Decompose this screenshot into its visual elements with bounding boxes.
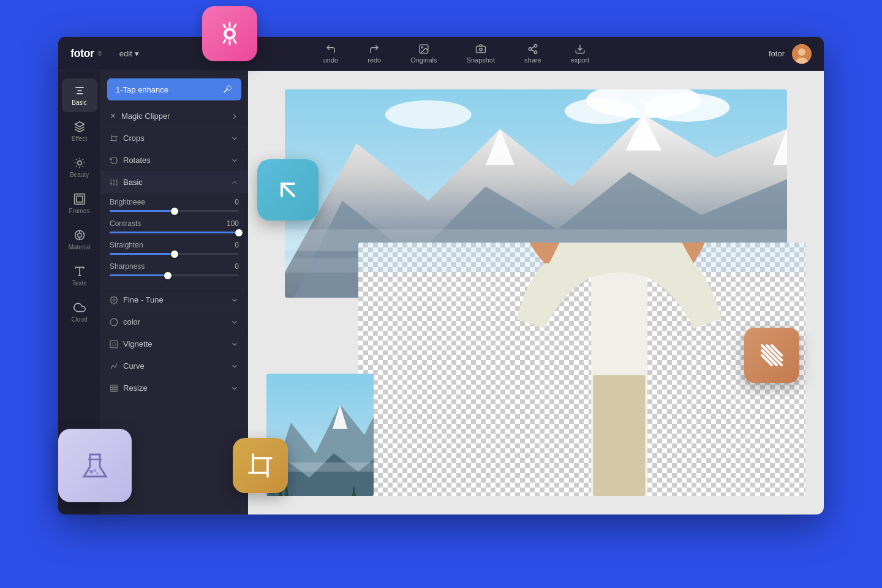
share-button[interactable]: share xyxy=(519,41,546,66)
color-item[interactable]: color xyxy=(101,311,247,333)
chevron-up-basic-icon xyxy=(230,178,239,187)
sidebar-label-material: Material xyxy=(69,244,91,251)
svg-point-43 xyxy=(77,233,81,238)
user-name: fotor xyxy=(769,49,785,58)
sidebar-item-effect[interactable]: Effect xyxy=(62,115,97,148)
magic-clipper-item[interactable]: ✕ Magic Clipper xyxy=(101,105,247,127)
basic-icon xyxy=(74,85,86,97)
brightness-slider[interactable] xyxy=(110,210,239,212)
chevron-down-crops-icon xyxy=(230,134,239,143)
svg-point-70 xyxy=(644,93,730,122)
svg-rect-9 xyxy=(253,458,268,473)
snapshot-button[interactable]: Snapshot xyxy=(462,41,500,66)
sidebar-label-beauty: Beauty xyxy=(70,172,89,178)
svg-line-7 xyxy=(234,40,236,43)
snapshot-icon xyxy=(475,43,486,55)
straighten-value: 0 xyxy=(235,241,239,249)
logo-area: fotor® xyxy=(70,47,102,60)
chevron-resize-icon xyxy=(230,384,239,393)
svg-rect-67 xyxy=(111,385,118,391)
redo-button[interactable]: redo xyxy=(363,41,386,66)
beauty-icon xyxy=(74,157,86,169)
sidebar-item-basic[interactable]: Basic xyxy=(62,78,97,112)
floating-pattern-icon xyxy=(744,328,799,383)
one-tap-enhance-button[interactable]: 1-Tap enhance xyxy=(107,78,241,100)
sidebar-item-material[interactable]: Material xyxy=(62,223,97,257)
x-icon: ✕ xyxy=(110,111,116,121)
undo-button[interactable]: undo xyxy=(318,41,343,66)
floating-crop-icon xyxy=(233,438,288,493)
svg-rect-25 xyxy=(476,47,485,53)
sidebar-item-cloud[interactable]: Cloud xyxy=(62,295,97,329)
sliders-section: Brightneee 0 Contrasts 100 xyxy=(101,193,247,289)
basic-section-header[interactable]: Basic xyxy=(101,172,247,193)
svg-point-24 xyxy=(421,47,423,48)
export-icon xyxy=(575,43,586,55)
user-avatar[interactable] xyxy=(792,44,812,64)
rotates-item[interactable]: Rotates xyxy=(101,149,247,172)
svg-point-34 xyxy=(798,48,805,56)
contrasts-value: 100 xyxy=(227,219,239,228)
straighten-slider[interactable] xyxy=(110,253,239,255)
resize-icon xyxy=(110,384,118,393)
svg-line-6 xyxy=(224,40,225,43)
svg-line-3 xyxy=(224,24,225,28)
originals-button[interactable]: Originals xyxy=(405,41,442,66)
fine-tune-item[interactable]: Fine - Tune xyxy=(101,289,247,311)
contrasts-slider[interactable] xyxy=(110,232,239,233)
svg-point-66 xyxy=(112,342,116,346)
sidebar-item-beauty[interactable]: Beauty xyxy=(62,151,97,184)
brightness-label: Brightneee xyxy=(110,198,145,206)
sharpness-label: Sharpness xyxy=(110,262,145,271)
export-button[interactable]: export xyxy=(566,41,595,66)
svg-point-29 xyxy=(534,51,537,54)
svg-line-4 xyxy=(234,24,236,28)
chevron-vignette-icon xyxy=(230,340,239,349)
share-icon xyxy=(527,43,538,55)
resize-item[interactable]: Resize xyxy=(101,377,247,399)
crops-item[interactable]: Crops xyxy=(101,127,247,149)
sharpness-slider[interactable] xyxy=(110,274,239,276)
sidebar-label-basic: Basic xyxy=(72,99,86,106)
color-icon xyxy=(110,318,118,326)
brightness-slider-row: Brightneee 0 xyxy=(110,198,239,212)
edit-dropdown[interactable]: edit ▾ xyxy=(115,47,144,61)
curve-item[interactable]: Curve xyxy=(101,355,247,377)
sharpness-value: 0 xyxy=(235,262,239,271)
crops-tool-icon xyxy=(110,134,118,143)
floating-arrow-icon xyxy=(257,159,318,221)
vignette-item[interactable]: Vignette xyxy=(101,333,247,355)
effect-icon xyxy=(74,121,86,133)
floating-lab-icon xyxy=(58,429,132,502)
chevron-down-rotates-icon xyxy=(230,156,239,165)
svg-point-22 xyxy=(94,469,97,472)
redo-icon xyxy=(369,43,380,55)
sidebar-item-texts[interactable]: Texts xyxy=(62,259,97,293)
cloud-icon xyxy=(74,301,86,314)
svg-rect-49 xyxy=(112,136,116,140)
svg-line-14 xyxy=(762,345,782,365)
vignette-icon xyxy=(110,340,118,349)
sidebar-label-cloud: Cloud xyxy=(71,316,87,323)
material-icon xyxy=(74,229,86,241)
contrasts-label: Contrasts xyxy=(110,219,141,228)
svg-line-8 xyxy=(282,184,294,196)
brightness-value: 0 xyxy=(235,198,239,206)
svg-line-31 xyxy=(531,47,534,48)
fine-tune-icon xyxy=(110,296,118,304)
sharpness-slider-row: Sharpness 0 xyxy=(110,262,239,276)
chevron-curve-icon xyxy=(230,362,239,371)
sidebar-label-frames: Frames xyxy=(69,208,90,214)
floating-eye-icon xyxy=(202,6,257,61)
person-image xyxy=(358,243,805,496)
svg-point-27 xyxy=(534,45,537,48)
straighten-label: Straighten xyxy=(110,241,143,249)
svg-point-1 xyxy=(227,31,233,37)
canvas-area xyxy=(248,71,824,514)
svg-rect-41 xyxy=(77,196,83,202)
contrasts-slider-row: Contrasts 100 xyxy=(110,219,239,233)
wand-icon xyxy=(223,85,233,94)
sidebar-item-frames[interactable]: Frames xyxy=(62,187,97,221)
svg-rect-91 xyxy=(593,375,645,496)
sliders-icon xyxy=(110,178,118,187)
